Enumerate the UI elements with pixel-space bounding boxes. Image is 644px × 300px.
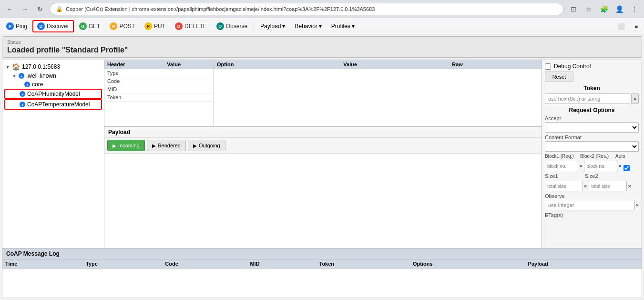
observe-icon: O bbox=[216, 22, 224, 30]
log-col-options: Options bbox=[410, 259, 525, 269]
tree-temperature[interactable]: ● CoAPTemperatureModel bbox=[4, 99, 102, 110]
main-container: Status Loaded profile "Standard Profile"… bbox=[0, 34, 644, 300]
size1-input[interactable] bbox=[545, 181, 583, 191]
status-title: Loaded profile "Standard Profile" bbox=[7, 46, 637, 54]
tree-core-label: core bbox=[32, 81, 43, 88]
observe-button[interactable]: O Observe bbox=[212, 20, 252, 32]
tab-outgoing[interactable]: ▶ Outgoing bbox=[188, 140, 225, 151]
behavior-button[interactable]: Behavior ▾ bbox=[290, 20, 326, 32]
token-row: × bbox=[545, 93, 639, 104]
home-icon: 🏠 bbox=[12, 63, 20, 71]
tab-incoming[interactable]: ▶ Incoming bbox=[107, 140, 145, 151]
separator-1 bbox=[254, 21, 254, 31]
back-button[interactable]: ← bbox=[4, 3, 15, 15]
observe-label: Observe bbox=[545, 193, 639, 199]
size2-input[interactable] bbox=[589, 181, 627, 191]
request-options-title: Request Options bbox=[545, 107, 639, 114]
right-panel: Debug Control Reset Token × Request Opti… bbox=[542, 60, 642, 248]
tree-core[interactable]: ● core bbox=[4, 80, 102, 89]
observe-clear[interactable]: × bbox=[636, 202, 639, 208]
request-options-section: Request Options Accept Content-Format Bl… bbox=[545, 107, 639, 219]
header-options-area: Header Value Type Code bbox=[104, 60, 542, 127]
put-button[interactable]: P PUT bbox=[140, 20, 170, 32]
block-row: × × bbox=[545, 161, 639, 171]
log-col-token: Token bbox=[316, 259, 410, 269]
cell-code-label: Code bbox=[104, 77, 164, 85]
cell-mid-value bbox=[164, 85, 214, 93]
bookmark-icon[interactable]: ☆ bbox=[583, 3, 594, 15]
cast-icon[interactable]: ⊡ bbox=[568, 3, 579, 15]
extension-menu-button[interactable]: ≡ bbox=[630, 20, 642, 32]
globe-icon-3: ● bbox=[20, 91, 25, 97]
tree-temperature-label: CoAPTemperatureModel bbox=[27, 101, 90, 108]
log-col-mid: MID bbox=[247, 259, 316, 269]
log-col-code: Code bbox=[162, 259, 247, 269]
url-bar[interactable]: 🔒 Copper (Cu4Cr) Extension | chrome-exte… bbox=[50, 3, 564, 15]
payload-tabs: ▶ Incoming ▶ Rendered ▶ Outgoing bbox=[104, 138, 542, 154]
tree-well-known[interactable]: ▼ ● .well-known bbox=[4, 72, 102, 80]
profiles-button[interactable]: Profiles ▾ bbox=[327, 20, 359, 32]
payload-button[interactable]: Payload ▾ bbox=[256, 20, 289, 32]
tree-humidity[interactable]: ● CoAPHumidityModel bbox=[4, 89, 102, 99]
payload-content bbox=[104, 154, 542, 248]
delete-button[interactable]: D DELETE bbox=[171, 20, 211, 32]
status-label: Status bbox=[7, 40, 637, 45]
table-row: Type bbox=[104, 69, 214, 77]
expand-arrow-2: ▼ bbox=[12, 73, 17, 79]
extension-icon[interactable]: 🧩 bbox=[598, 3, 610, 15]
accept-select[interactable] bbox=[545, 122, 639, 133]
url-text: Copper (Cu4Cr) Extension | chrome-extens… bbox=[66, 6, 558, 12]
content-format-label: Content-Format bbox=[545, 134, 639, 140]
payload-area: Payload ▶ Incoming ▶ Rendered ▶ Outgoing bbox=[104, 127, 542, 248]
debug-label: Debug Control bbox=[554, 63, 591, 70]
get-button[interactable]: G GET bbox=[75, 20, 105, 32]
browser-icons: ⊡ ☆ 🧩 👤 ⋮ bbox=[568, 3, 640, 15]
options-col-value: Value bbox=[340, 60, 449, 69]
header-table: Header Value Type Code bbox=[104, 60, 214, 102]
discover-icon: D bbox=[37, 22, 45, 30]
size1-label: Size1 bbox=[545, 173, 583, 179]
token-input[interactable] bbox=[545, 93, 630, 104]
tree-root[interactable]: ▼ 🏠 127.0.0.1:5683 bbox=[4, 62, 102, 72]
menu-icon[interactable]: ⋮ bbox=[629, 3, 640, 15]
ping-button[interactable]: P Ping bbox=[2, 20, 31, 32]
tab-rendered[interactable]: ▶ Rendered bbox=[147, 140, 186, 151]
size2-label: Size2 bbox=[585, 173, 598, 179]
auto-label: Auto bbox=[615, 154, 625, 159]
get-icon: G bbox=[79, 22, 87, 30]
table-row: Code bbox=[104, 77, 214, 85]
put-icon: P bbox=[144, 22, 152, 30]
window-button[interactable]: ⬜ bbox=[613, 20, 629, 32]
size2-clear[interactable]: × bbox=[628, 183, 631, 189]
auto-checkbox[interactable] bbox=[624, 165, 630, 171]
debug-checkbox[interactable] bbox=[545, 63, 551, 70]
post-icon: P bbox=[110, 22, 117, 30]
profile-icon[interactable]: 👤 bbox=[613, 3, 625, 15]
forward-button[interactable]: → bbox=[19, 3, 31, 15]
tree-humidity-label: CoAPHumidityModel bbox=[27, 91, 80, 97]
observe-input[interactable] bbox=[545, 200, 635, 210]
cell-type-value bbox=[164, 69, 214, 77]
post-button[interactable]: P POST bbox=[105, 20, 139, 32]
block1-clear[interactable]: × bbox=[579, 163, 582, 169]
token-clear-button[interactable]: × bbox=[631, 93, 639, 104]
options-table-panel: Option Value Raw bbox=[214, 60, 542, 126]
block1-input[interactable] bbox=[545, 161, 578, 171]
size1-clear[interactable]: × bbox=[584, 183, 587, 189]
content-area: ▼ 🏠 127.0.0.1:5683 ▼ ● .well-known ● cor… bbox=[2, 60, 642, 248]
message-log: CoAP Message Log Time Type Code MID Toke… bbox=[2, 248, 642, 298]
content-format-select[interactable] bbox=[545, 141, 639, 152]
rendered-tab-icon: ▶ bbox=[152, 143, 156, 148]
block2-input[interactable] bbox=[584, 161, 617, 171]
block2-clear[interactable]: × bbox=[618, 163, 621, 169]
reset-button[interactable]: Reset bbox=[545, 72, 573, 82]
reload-button[interactable]: ↻ bbox=[34, 3, 46, 15]
cell-token-label: Token bbox=[104, 93, 164, 102]
token-title: Token bbox=[545, 85, 639, 92]
header-col-value: Value bbox=[164, 60, 214, 69]
options-table: Option Value Raw bbox=[214, 60, 542, 69]
middle-area: Header Value Type Code bbox=[104, 60, 542, 248]
globe-icon-2: ● bbox=[24, 82, 30, 87]
discover-button[interactable]: D Discover bbox=[32, 20, 74, 32]
expand-arrow: ▼ bbox=[5, 64, 10, 70]
